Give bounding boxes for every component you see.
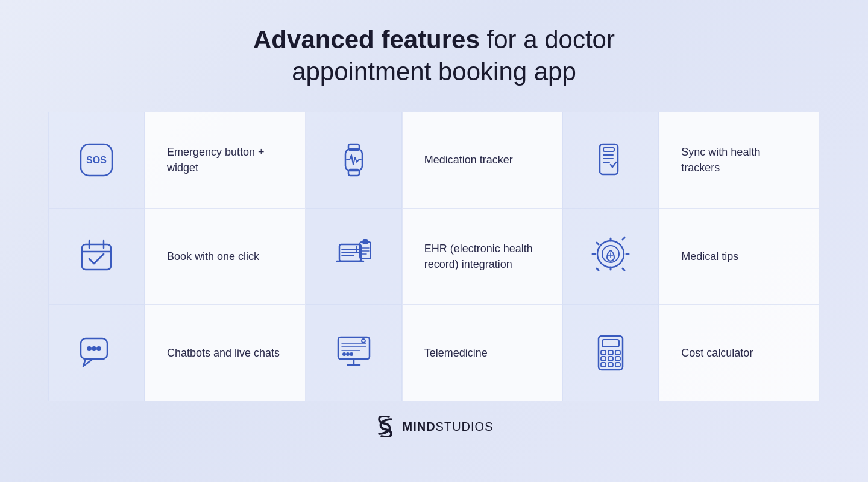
- brand-logo: MINDSTUDIOS: [374, 416, 493, 437]
- text-cell-sync: Sync with health trackers: [659, 112, 820, 208]
- clipboard-health-icon: [587, 136, 635, 184]
- svg-rect-54: [615, 363, 620, 367]
- text-cell-telemedicine: Telemedicine: [402, 305, 563, 401]
- calendar-check-icon: [72, 232, 121, 281]
- title-bold: Advanced features: [253, 25, 480, 54]
- ehr-laptop-icon: [330, 232, 378, 281]
- svg-rect-53: [608, 363, 613, 367]
- text-cell-ehr: EHR (electronic health record) integrati…: [402, 208, 563, 305]
- telemedicine-icon: [330, 329, 378, 377]
- chat-icon: [72, 329, 121, 377]
- icon-cell-telemedicine: [306, 305, 402, 401]
- svg-point-43: [350, 353, 353, 355]
- svg-point-33: [97, 347, 101, 350]
- icon-cell-smartwatch: [306, 112, 402, 208]
- feature-label-calculator: Cost calculator: [681, 345, 753, 361]
- svg-text:SOS: SOS: [86, 155, 107, 165]
- text-cell-medication: Medication tracker: [402, 112, 563, 208]
- feature-label-telemedicine: Telemedicine: [424, 345, 488, 361]
- calculator-icon: [587, 329, 635, 377]
- lightbulb-icon: [587, 232, 635, 281]
- smartwatch-icon: [330, 136, 378, 184]
- feature-label-emergency: Emergency button + widget: [167, 144, 283, 176]
- text-cell-chatbot: Chatbots and live chats: [145, 305, 306, 401]
- icon-cell-clipboard: [562, 112, 659, 208]
- svg-rect-52: [601, 363, 606, 367]
- svg-rect-10: [82, 244, 111, 270]
- text-cell-calculator: Cost calculator: [659, 305, 820, 401]
- svg-rect-49: [601, 357, 606, 361]
- svg-rect-48: [615, 350, 620, 355]
- svg-point-31: [87, 347, 91, 350]
- text-cell-tips: Medical tips: [659, 208, 820, 305]
- svg-rect-47: [608, 350, 613, 355]
- svg-point-32: [92, 347, 96, 350]
- feature-label-sync: Sync with health trackers: [681, 144, 797, 176]
- feature-label-ehr: EHR (electronic health record) integrati…: [424, 241, 541, 272]
- feature-label-book: Book with one click: [167, 249, 259, 264]
- svg-rect-46: [601, 350, 606, 355]
- icon-cell-ehr: [306, 208, 402, 305]
- svg-rect-51: [615, 357, 620, 361]
- brand-text: MINDSTUDIOS: [402, 420, 493, 434]
- icon-cell-chat: [48, 305, 145, 401]
- feature-label-tips: Medical tips: [681, 249, 738, 264]
- svg-rect-45: [602, 340, 619, 347]
- svg-point-38: [362, 339, 365, 343]
- icon-cell-calculator: [562, 305, 659, 401]
- svg-point-41: [343, 353, 345, 355]
- feature-label-medication: Medication tracker: [424, 152, 513, 168]
- text-cell-book: Book with one click: [145, 208, 306, 305]
- brand-logo-icon: [374, 416, 396, 437]
- svg-rect-50: [608, 357, 613, 361]
- feature-label-chatbot: Chatbots and live chats: [167, 345, 280, 361]
- sos-icon: SOS: [72, 136, 121, 184]
- page-header: Advanced features for a doctorappointmen…: [253, 24, 615, 87]
- icon-cell-calendar: [48, 208, 145, 305]
- icon-cell-sos: SOS: [48, 112, 145, 208]
- features-grid: SOS Emergency button + widget Medication…: [48, 112, 820, 401]
- page-footer: MINDSTUDIOS: [374, 416, 493, 437]
- svg-point-42: [347, 353, 349, 355]
- svg-rect-14: [339, 244, 361, 261]
- icon-cell-lightbulb: [562, 208, 659, 305]
- svg-rect-6: [603, 148, 614, 151]
- text-cell-emergency: Emergency button + widget: [145, 112, 306, 208]
